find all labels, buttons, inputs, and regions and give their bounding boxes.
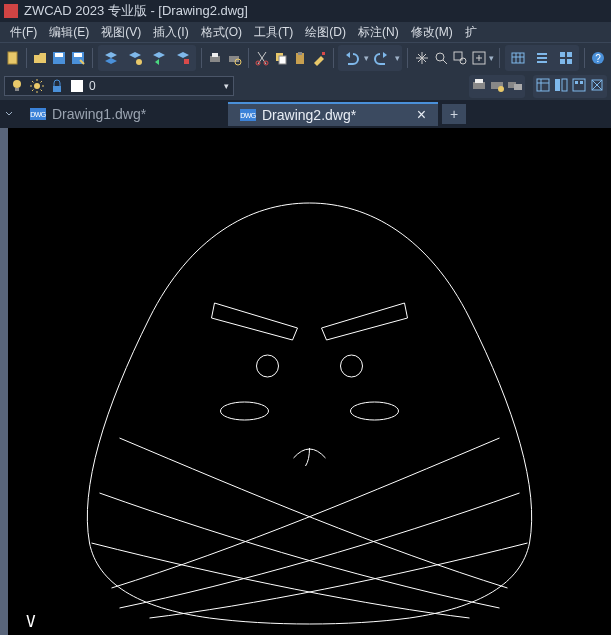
zoom-dropdown-icon[interactable]: ▾ bbox=[489, 53, 494, 63]
dwg-file-icon: DWG bbox=[240, 109, 256, 121]
menu-file[interactable]: 件(F) bbox=[4, 22, 43, 43]
lock-icon bbox=[49, 78, 65, 94]
drawing-canvas[interactable]: V bbox=[8, 128, 611, 635]
tab-drawing2[interactable]: DWG Drawing2.dwg* × bbox=[228, 102, 438, 126]
open-button[interactable] bbox=[32, 47, 49, 69]
menu-insert[interactable]: 插入(I) bbox=[147, 22, 194, 43]
svg-rect-22 bbox=[512, 53, 524, 63]
page-setup-button[interactable] bbox=[489, 77, 505, 96]
svg-point-49 bbox=[221, 402, 269, 420]
paste-button[interactable] bbox=[292, 47, 309, 69]
redo-button[interactable] bbox=[371, 47, 393, 69]
print-preview-button[interactable] bbox=[226, 47, 243, 69]
cut-button[interactable] bbox=[253, 47, 270, 69]
svg-point-47 bbox=[257, 355, 279, 377]
zoom-win-button[interactable] bbox=[451, 47, 468, 69]
tool-palette-button[interactable] bbox=[571, 77, 587, 96]
drawing-area-frame: V bbox=[0, 128, 611, 635]
match-prop-button[interactable] bbox=[311, 47, 328, 69]
svg-rect-25 bbox=[560, 59, 565, 64]
layer-states-button[interactable] bbox=[124, 47, 146, 69]
svg-rect-6 bbox=[184, 59, 189, 64]
menu-ext[interactable]: 扩 bbox=[459, 22, 483, 43]
main-toolbar: ▾ ▾ ▾ ? bbox=[0, 42, 611, 72]
color-swatch-icon bbox=[69, 78, 85, 94]
menu-draw[interactable]: 绘图(D) bbox=[299, 22, 352, 43]
tab-close-button[interactable]: × bbox=[417, 106, 426, 124]
document-tab-bar: DWG Drawing1.dwg* DWG Drawing2.dwg* × + bbox=[0, 100, 611, 128]
layer-iso-button[interactable] bbox=[172, 47, 194, 69]
print-button[interactable] bbox=[207, 47, 224, 69]
svg-rect-40 bbox=[537, 79, 549, 91]
drawing-content bbox=[8, 128, 611, 635]
svg-point-50 bbox=[351, 402, 399, 420]
menu-modify[interactable]: 修改(M) bbox=[405, 22, 459, 43]
layer-toolbar: 0 ▾ bbox=[0, 72, 611, 100]
svg-rect-17 bbox=[322, 52, 325, 55]
svg-rect-26 bbox=[567, 59, 572, 64]
svg-rect-24 bbox=[567, 52, 572, 57]
publish-button[interactable] bbox=[507, 77, 523, 96]
menu-view[interactable]: 视图(V) bbox=[95, 22, 147, 43]
list-button[interactable] bbox=[531, 47, 553, 69]
menu-bar: 件(F) 编辑(E) 视图(V) 插入(I) 格式(O) 工具(T) 绘图(D)… bbox=[0, 22, 611, 42]
svg-point-12 bbox=[264, 61, 268, 65]
redo-dropdown-icon[interactable]: ▾ bbox=[395, 53, 400, 63]
title-bar: ZWCAD 2023 专业版 - [Drawing2.dwg] bbox=[0, 0, 611, 22]
plot-style-button[interactable] bbox=[471, 77, 487, 96]
menu-dim[interactable]: 标注(N) bbox=[352, 22, 405, 43]
layer-prev-button[interactable] bbox=[148, 47, 170, 69]
svg-rect-0 bbox=[8, 52, 17, 64]
dwg-file-icon: DWG bbox=[30, 108, 46, 120]
ucs-icon: V bbox=[26, 612, 36, 631]
new-tab-button[interactable]: + bbox=[442, 104, 466, 124]
zoom-rt-button[interactable] bbox=[432, 47, 449, 69]
design-center-button[interactable] bbox=[553, 77, 569, 96]
bulb-icon bbox=[9, 78, 25, 94]
svg-rect-4 bbox=[74, 53, 82, 57]
undo-dropdown-icon[interactable]: ▾ bbox=[364, 53, 369, 63]
svg-rect-45 bbox=[580, 81, 583, 84]
layer-selector[interactable]: 0 ▾ bbox=[4, 76, 234, 96]
saveas-button[interactable] bbox=[70, 47, 87, 69]
zoom-ext-button[interactable] bbox=[470, 47, 487, 69]
svg-rect-41 bbox=[555, 79, 560, 91]
svg-point-31 bbox=[34, 83, 40, 89]
table-button[interactable] bbox=[507, 47, 529, 69]
tab-drawing1[interactable]: DWG Drawing1.dwg* bbox=[18, 102, 228, 126]
pan-button[interactable] bbox=[413, 47, 430, 69]
save-button[interactable] bbox=[51, 47, 68, 69]
window-title: ZWCAD 2023 专业版 - [Drawing2.dwg] bbox=[24, 2, 248, 20]
layers-button[interactable] bbox=[100, 47, 122, 69]
svg-point-37 bbox=[498, 86, 504, 92]
svg-rect-23 bbox=[560, 52, 565, 57]
svg-rect-34 bbox=[473, 82, 485, 89]
properties-button[interactable] bbox=[535, 77, 551, 96]
tab-label: Drawing1.dwg* bbox=[52, 106, 146, 122]
svg-rect-43 bbox=[573, 79, 585, 91]
svg-rect-16 bbox=[298, 52, 302, 55]
menu-tools[interactable]: 工具(T) bbox=[248, 22, 299, 43]
svg-rect-32 bbox=[53, 86, 61, 92]
help-button[interactable]: ? bbox=[590, 47, 607, 69]
svg-text:?: ? bbox=[596, 53, 602, 64]
sun-icon bbox=[29, 78, 45, 94]
layer-name: 0 bbox=[89, 79, 96, 93]
copy-button[interactable] bbox=[272, 47, 289, 69]
tab-list-marker-icon[interactable] bbox=[4, 109, 14, 119]
svg-rect-44 bbox=[575, 81, 578, 84]
svg-rect-39 bbox=[514, 84, 522, 90]
svg-rect-8 bbox=[212, 53, 218, 57]
menu-format[interactable]: 格式(O) bbox=[195, 22, 248, 43]
layer-dropdown-icon[interactable]: ▾ bbox=[224, 81, 229, 91]
app-logo-icon bbox=[4, 4, 18, 18]
block-editor-button[interactable] bbox=[589, 77, 605, 96]
undo-button[interactable] bbox=[340, 47, 362, 69]
menu-edit[interactable]: 编辑(E) bbox=[43, 22, 95, 43]
svg-rect-14 bbox=[279, 56, 286, 64]
svg-point-11 bbox=[256, 61, 260, 65]
grid-button[interactable] bbox=[555, 47, 577, 69]
svg-rect-35 bbox=[475, 79, 483, 83]
new-button[interactable] bbox=[4, 47, 21, 69]
svg-rect-30 bbox=[15, 88, 19, 91]
